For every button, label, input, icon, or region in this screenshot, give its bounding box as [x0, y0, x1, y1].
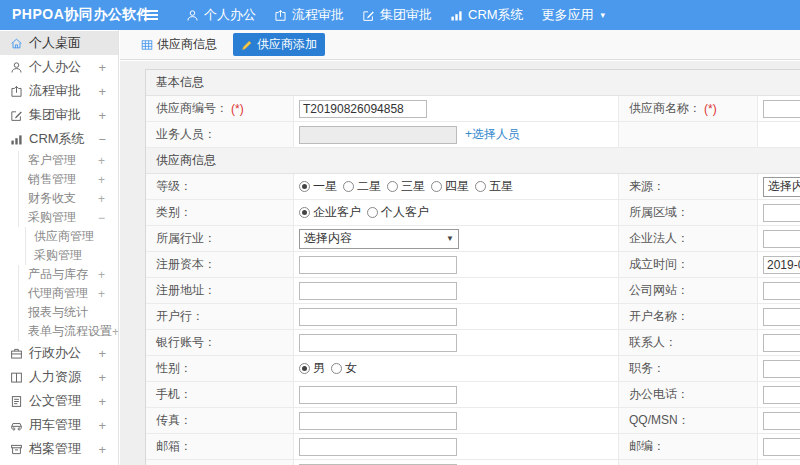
- radio-icon[interactable]: [331, 363, 342, 374]
- position-input[interactable]: [763, 360, 800, 378]
- grade-option[interactable]: 三星: [387, 178, 425, 195]
- expand-icon[interactable]: +: [98, 60, 106, 75]
- grade-option[interactable]: 四星: [431, 178, 469, 195]
- region-field: [758, 200, 800, 225]
- zip-code-input[interactable]: [763, 438, 800, 456]
- radio-checked-icon[interactable]: [299, 181, 310, 192]
- sidebar-item-group-approval[interactable]: 集团审批+: [0, 103, 118, 127]
- office-phone-input[interactable]: [763, 386, 800, 404]
- expand-icon[interactable]: +: [98, 268, 105, 282]
- expand-icon[interactable]: +: [98, 346, 106, 361]
- topnav-group-approval[interactable]: 集团审批: [362, 6, 432, 24]
- sidebar-item-purchase-mgmt[interactable]: 采购管理−: [18, 208, 118, 227]
- sidebar-item-personal-desktop[interactable]: 个人桌面: [0, 31, 118, 55]
- supplier-code-input[interactable]: [299, 100, 427, 118]
- sidebar-item-purchase-mgmt-sub[interactable]: 采购管理: [25, 246, 118, 265]
- registered-address-label: 注册地址：: [146, 278, 294, 303]
- sidebar-item-sales-mgmt[interactable]: 销售管理+: [18, 170, 118, 189]
- topnav-personal-office[interactable]: 个人办公: [186, 6, 256, 24]
- form-row: 地址：: [146, 460, 800, 465]
- sidebar-item-reports-stats[interactable]: 报表与统计: [18, 303, 118, 322]
- sidebar-item-supplier-mgmt[interactable]: 供应商管理: [25, 227, 118, 246]
- business-person-picker-link[interactable]: +选择人员: [465, 126, 520, 143]
- tab-supplier-info[interactable]: 供应商信息: [133, 33, 225, 56]
- expand-icon[interactable]: +: [98, 173, 105, 187]
- industry-label: 所属行业：: [146, 226, 294, 251]
- industry-select[interactable]: 选择内容▼: [299, 229, 459, 249]
- topnav-more-apps[interactable]: 更多应用▾: [542, 6, 606, 24]
- radio-label: 女: [345, 360, 357, 377]
- radio-icon[interactable]: [431, 181, 442, 192]
- contact-person-input[interactable]: [763, 334, 800, 352]
- radio-icon[interactable]: [343, 181, 354, 192]
- legal-person-input[interactable]: [763, 230, 800, 248]
- mobile-input[interactable]: [299, 386, 457, 404]
- bank-input[interactable]: [299, 308, 457, 326]
- sidebar-item-workflow-approval[interactable]: 流程审批+: [0, 79, 118, 103]
- topnav-crm-system[interactable]: CRM系统: [450, 6, 524, 24]
- grade-option[interactable]: 五星: [475, 178, 513, 195]
- radio-icon[interactable]: [475, 181, 486, 192]
- grade-option[interactable]: 二星: [343, 178, 381, 195]
- form-row: 供应商编号：(*)供应商名称：(*): [146, 96, 800, 122]
- qq-msn-input[interactable]: [763, 412, 800, 430]
- founding-date-input[interactable]: [763, 256, 800, 274]
- fax-input[interactable]: [299, 412, 457, 430]
- field-label-text: 联系人：: [629, 334, 677, 351]
- category-option[interactable]: 个人客户: [367, 204, 429, 221]
- sidebar-item-crm-system[interactable]: CRM系统−: [0, 127, 118, 151]
- business-person-input[interactable]: [299, 126, 457, 144]
- expand-icon[interactable]: +: [98, 442, 106, 457]
- radio-checked-icon[interactable]: [299, 207, 310, 218]
- gender-option[interactable]: 女: [331, 360, 357, 377]
- sidebar-item-form-workflow-settings[interactable]: 表单与流程设置+: [18, 322, 118, 341]
- collapse-icon[interactable]: −: [98, 132, 106, 147]
- sidebar-item-product-inventory[interactable]: 产品与库存+: [18, 265, 118, 284]
- expand-icon[interactable]: +: [98, 370, 106, 385]
- region-input[interactable]: [763, 204, 800, 222]
- collapse-icon[interactable]: −: [98, 211, 105, 225]
- table-icon: [141, 39, 153, 51]
- source-select[interactable]: 选择内容▼: [763, 177, 800, 197]
- sidebar-item-finance[interactable]: 财务收支+: [18, 189, 118, 208]
- sidebar-item-document-mgmt[interactable]: 公文管理+: [0, 389, 118, 413]
- sidebar-item-customer-mgmt[interactable]: 客户管理+: [18, 151, 118, 170]
- supplier-code-field: [294, 96, 619, 121]
- car-icon: [10, 419, 23, 432]
- sidebar-item-archive-mgmt[interactable]: 档案管理+: [0, 437, 118, 461]
- sidebar-item-admin-office[interactable]: 行政办公+: [0, 341, 118, 365]
- form-row: 手机：办公电话：: [146, 382, 800, 408]
- sidebar-item-personal-office[interactable]: 个人办公+: [0, 55, 118, 79]
- expand-icon[interactable]: +: [98, 394, 106, 409]
- sidebar-item-label: 采购管理: [34, 247, 82, 264]
- expand-icon[interactable]: +: [98, 108, 106, 123]
- expand-icon[interactable]: +: [112, 325, 119, 339]
- sidebar-item-agent-mgmt[interactable]: 代理商管理+: [18, 284, 118, 303]
- expand-icon[interactable]: +: [98, 287, 105, 301]
- select-value: 选择内容: [304, 230, 352, 247]
- supplier-name-input[interactable]: [763, 100, 800, 118]
- doc-icon: [10, 395, 23, 408]
- category-option[interactable]: 企业客户: [299, 204, 361, 221]
- gender-option[interactable]: 男: [299, 360, 325, 377]
- expand-icon[interactable]: +: [98, 192, 105, 206]
- tab-supplier-add[interactable]: 供应商添加: [233, 33, 325, 56]
- grade-option[interactable]: 一星: [299, 178, 337, 195]
- registered-capital-input[interactable]: [299, 256, 457, 274]
- account-name-input[interactable]: [763, 308, 800, 326]
- radio-icon[interactable]: [387, 181, 398, 192]
- expand-icon[interactable]: +: [98, 418, 106, 433]
- email-input[interactable]: [299, 438, 457, 456]
- radio-icon[interactable]: [367, 207, 378, 218]
- sidebar-item-vehicle-mgmt[interactable]: 用车管理+: [0, 413, 118, 437]
- sidebar-item-hr[interactable]: 人力资源+: [0, 365, 118, 389]
- bank-account-input[interactable]: [299, 334, 457, 352]
- radio-checked-icon[interactable]: [299, 363, 310, 374]
- registered-address-input[interactable]: [299, 282, 457, 300]
- menu-toggle-icon[interactable]: [138, 14, 164, 16]
- expand-icon[interactable]: +: [98, 154, 105, 168]
- expand-icon[interactable]: +: [98, 84, 106, 99]
- archive-icon: [10, 443, 23, 456]
- topnav-workflow-approval[interactable]: 流程审批: [274, 6, 344, 24]
- company-website-input[interactable]: [763, 282, 800, 300]
